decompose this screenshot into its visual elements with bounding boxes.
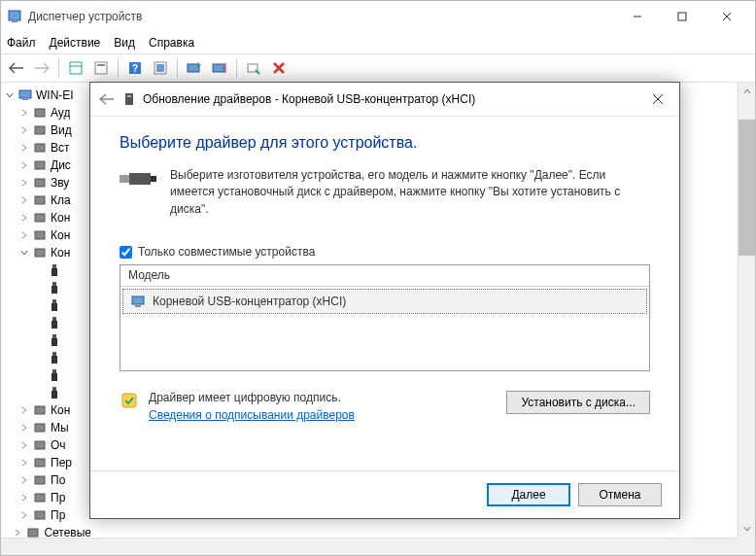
device-category-icon [32,227,48,243]
chevron-right-icon[interactable] [13,528,22,538]
chevron-down-icon[interactable] [5,90,15,100]
chevron-down-icon[interactable] [19,248,29,258]
svg-rect-30 [52,264,56,268]
svg-rect-20 [22,99,28,100]
dialog-back-button[interactable] [92,92,121,106]
chevron-right-icon[interactable] [19,108,29,118]
dialog-footer: Далее Отмена [90,470,679,518]
tree-row[interactable]: Вст [5,139,90,156]
svg-rect-49 [35,459,45,467]
tree-row[interactable]: Мы [5,419,90,436]
device-tree[interactable]: WIN-EIАудВидВстДисЗвуКлаКонКонКонКонМыОч… [1,83,90,555]
scroll-thumb[interactable] [739,120,755,256]
minimize-button[interactable] [615,2,660,31]
tree-label: Кон [51,246,70,260]
menu-view[interactable]: Вид [114,36,135,50]
svg-rect-36 [52,317,56,321]
help-button[interactable]: ? [123,56,147,80]
svg-rect-1 [12,21,17,22]
chevron-right-icon[interactable] [19,458,29,468]
window-title: Диспетчер устройств [28,10,142,23]
dialog-close-button[interactable] [638,93,677,105]
chevron-right-icon[interactable] [19,160,29,170]
model-list[interactable]: Модель Корневой USB-концентратор (xHCI) [120,264,650,371]
device-category-icon [32,437,48,453]
tree-row[interactable]: Кон [5,401,90,419]
tree-row[interactable]: По [5,471,90,489]
tree-row[interactable]: Пр [5,489,90,506]
tree-row[interactable]: Кон [5,244,90,261]
device-category-icon [32,122,48,138]
signing-info-link[interactable]: Сведения о подписывании драйверов [149,408,355,422]
chevron-right-icon[interactable] [19,230,29,240]
tree-row[interactable]: Пр [5,506,90,524]
tree-row[interactable]: Кла [5,191,90,209]
delete-button[interactable] [267,56,291,80]
tree-row[interactable]: Кон [5,209,90,226]
tree-row[interactable]: Вид [5,122,90,139]
tree-row[interactable]: Кон [5,226,90,244]
model-list-item[interactable]: Корневой USB-концентратор (xHCI) [122,289,647,314]
vertical-scrollbar[interactable] [738,83,755,538]
properties-button[interactable] [89,56,113,80]
signed-text: Драйвер имеет цифровую подпись. [149,391,355,404]
svg-rect-24 [35,161,45,169]
uninstall-button[interactable] [242,56,265,80]
compatible-only-checkbox[interactable]: Только совместимые устройства [120,245,650,259]
maximize-button[interactable] [660,2,704,31]
tree-row[interactable] [5,296,90,314]
tree-row[interactable] [5,279,90,296]
nav-back-button[interactable] [5,56,28,80]
nav-forward-button[interactable] [30,56,53,80]
tree-row[interactable]: Оч [5,436,90,454]
tree-row[interactable] [5,261,90,279]
chevron-right-icon[interactable] [19,440,29,450]
svg-rect-27 [35,214,45,222]
chevron-right-icon[interactable] [19,213,29,223]
tree-row[interactable]: Дис [5,156,90,174]
disable-button[interactable] [208,56,231,80]
compatible-checkbox-input[interactable] [120,246,132,259]
chevron-right-icon[interactable] [19,510,29,520]
svg-rect-35 [52,303,57,311]
tree-row[interactable] [5,349,90,366]
chevron-right-icon[interactable] [19,423,29,433]
svg-rect-47 [35,424,45,432]
tree-row[interactable] [5,314,90,331]
chevron-right-icon[interactable] [19,405,29,415]
menu-action[interactable]: Действие [50,36,101,50]
chevron-right-icon[interactable] [19,493,29,503]
tree-row[interactable] [5,366,90,384]
tree-row[interactable]: Ауд [5,104,90,122]
update-driver-button[interactable] [183,56,206,80]
show-hidden-button[interactable] [64,56,87,80]
device-category-icon [32,140,48,156]
device-category-icon [32,455,48,470]
tree-row[interactable] [5,331,90,349]
tree-row[interactable]: WIN-EI [5,87,90,104]
tree-row[interactable] [5,384,90,401]
chevron-right-icon[interactable] [19,143,29,153]
svg-rect-39 [52,338,57,346]
device-category-icon [47,262,62,278]
menu-help[interactable]: Справка [149,36,194,50]
svg-rect-55 [127,95,131,97]
scan-button[interactable] [149,56,172,80]
model-list-header[interactable]: Модель [120,265,649,287]
next-button[interactable]: Далее [487,483,570,506]
menu-file[interactable]: Файл [7,36,36,50]
horizontal-scrollbar[interactable] [1,538,738,555]
tree-row[interactable]: Зву [5,174,90,191]
cancel-button[interactable]: Отмена [578,483,662,506]
close-button[interactable] [704,2,749,31]
chevron-right-icon[interactable] [19,178,29,188]
tree-label: Оч [51,438,66,452]
chevron-right-icon[interactable] [19,125,29,135]
chevron-right-icon[interactable] [19,475,29,485]
install-from-disk-button[interactable]: Установить с диска... [506,391,650,414]
tree-row[interactable]: Пер [5,454,90,471]
tree-label: Пр [51,491,65,504]
no-expander-icon [34,265,44,275]
no-expander-icon [34,388,44,398]
chevron-right-icon[interactable] [19,195,29,205]
